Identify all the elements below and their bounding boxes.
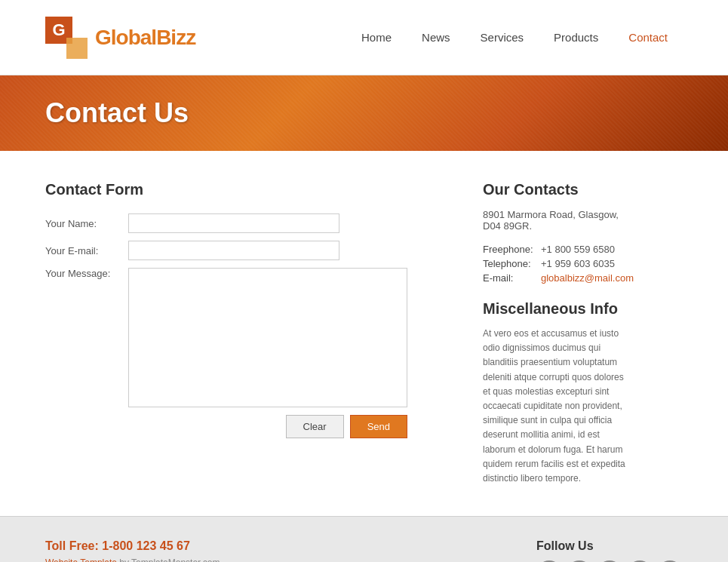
telephone-row: Telephone: +1 959 603 6035 bbox=[483, 256, 634, 271]
contact-form-section: Contact Form Your Name: Your E-mail: You… bbox=[45, 181, 438, 486]
send-button[interactable]: Send bbox=[350, 415, 407, 438]
hero-banner: Contact Us bbox=[0, 75, 728, 151]
freephone-value: +1 800 559 6580 bbox=[541, 242, 634, 256]
nav-contact[interactable]: Contact bbox=[613, 0, 683, 75]
nav-news[interactable]: News bbox=[407, 0, 465, 75]
email-input[interactable] bbox=[128, 241, 339, 260]
freephone-row: Freephone: +1 800 559 6580 bbox=[483, 242, 634, 256]
email-contacts-value: globalbizz@mail.com bbox=[541, 271, 634, 285]
logo-sq2 bbox=[66, 38, 88, 59]
message-textarea[interactable] bbox=[128, 268, 407, 407]
nav-services[interactable]: Services bbox=[465, 0, 539, 75]
template-link-area: Website Template by TemplateMonster.com bbox=[45, 557, 220, 562]
telephone-value: +1 959 603 6035 bbox=[541, 256, 634, 271]
toll-free: Toll Free: 1-800 123 45 67 bbox=[45, 539, 220, 553]
email-link[interactable]: globalbizz@mail.com bbox=[541, 272, 634, 284]
contact-form-heading: Contact Form bbox=[45, 181, 438, 198]
logo-accent: Bizz bbox=[156, 26, 195, 49]
footer: Toll Free: 1-800 123 45 67 Website Templ… bbox=[0, 516, 728, 562]
footer-left: Toll Free: 1-800 123 45 67 Website Templ… bbox=[45, 539, 220, 562]
template-link[interactable]: Website Template bbox=[45, 557, 117, 562]
nav-products[interactable]: Products bbox=[539, 0, 613, 75]
toll-free-number: 1-800 123 45 67 bbox=[102, 539, 190, 552]
contact-details: Freephone: +1 800 559 6580 Telephone: +1… bbox=[483, 242, 634, 285]
misc-heading: Miscellaneous Info bbox=[483, 300, 634, 318]
logo-plain: Global bbox=[95, 26, 156, 49]
footer-right: Follow Us f in t ✿ ☽ bbox=[536, 539, 683, 562]
misc-section: Miscellaneous Info At vero eos et accusa… bbox=[483, 300, 634, 486]
telephone-label: Telephone: bbox=[483, 256, 541, 271]
logo-icon: G bbox=[45, 17, 88, 59]
email-row: Your E-mail: bbox=[45, 241, 438, 260]
logo-text: GlobalBizz bbox=[95, 26, 195, 50]
name-input[interactable] bbox=[128, 213, 339, 233]
clear-button[interactable]: Clear bbox=[286, 415, 344, 438]
toll-free-label: Toll Free: bbox=[45, 539, 99, 552]
nav: Home News Services Products Contact bbox=[346, 0, 683, 75]
contact-address: 8901 Marmora Road, Glasgow, D04 89GR. bbox=[483, 209, 634, 232]
nav-home[interactable]: Home bbox=[346, 0, 407, 75]
email-label: Your E-mail: bbox=[45, 245, 128, 256]
template-by: by TemplateMonster.com bbox=[117, 557, 220, 562]
message-label: Your Message: bbox=[45, 268, 128, 279]
header: G GlobalBizz Home News Services Products… bbox=[0, 0, 728, 75]
freephone-label: Freephone: bbox=[483, 242, 541, 256]
contacts-section: Our Contacts 8901 Marmora Road, Glasgow,… bbox=[468, 181, 634, 486]
logo-area: G GlobalBizz bbox=[45, 17, 195, 59]
form-buttons: Clear Send bbox=[45, 415, 407, 438]
name-row: Your Name: bbox=[45, 213, 438, 233]
contact-table: Freephone: +1 800 559 6580 Telephone: +1… bbox=[483, 242, 634, 285]
misc-text: At vero eos et accusamus et iusto odio d… bbox=[483, 327, 634, 486]
hero-title: Contact Us bbox=[45, 97, 189, 129]
our-contacts-heading: Our Contacts bbox=[483, 181, 634, 198]
message-row: Your Message: bbox=[45, 268, 438, 407]
email-row-contacts: E-mail: globalbizz@mail.com bbox=[483, 271, 634, 285]
name-label: Your Name: bbox=[45, 218, 128, 229]
main-content: Contact Form Your Name: Your E-mail: You… bbox=[0, 151, 728, 516]
follow-us-heading: Follow Us bbox=[536, 539, 683, 553]
email-contacts-label: E-mail: bbox=[483, 271, 541, 285]
